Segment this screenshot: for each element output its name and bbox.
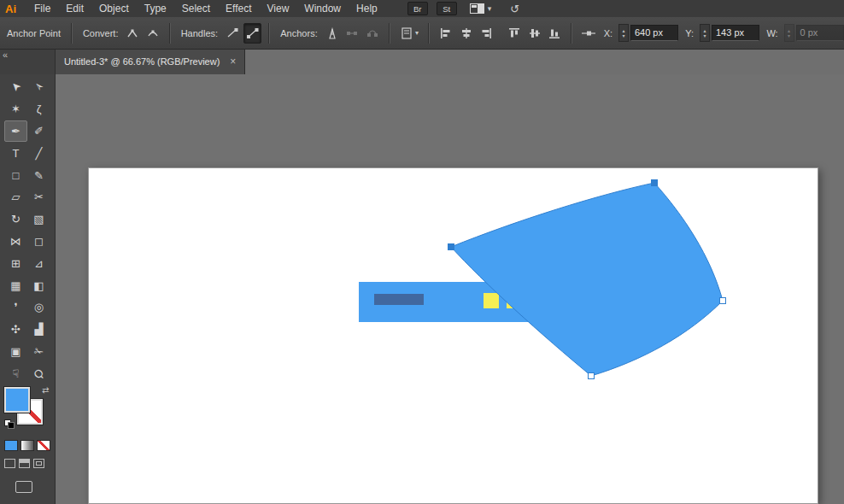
align-left-button[interactable] bbox=[437, 23, 455, 44]
scale-tool[interactable]: ▧ bbox=[27, 208, 50, 231]
free-transform-tool[interactable]: ◻ bbox=[27, 231, 50, 253]
x-input[interactable]: 640 px bbox=[630, 25, 678, 41]
menu-effect[interactable]: Effect bbox=[218, 0, 259, 17]
transform-reference-button[interactable] bbox=[579, 23, 598, 44]
draw-normal-button[interactable] bbox=[4, 459, 15, 468]
close-tab-icon[interactable]: × bbox=[230, 56, 236, 67]
y-input[interactable]: 143 px bbox=[712, 25, 759, 41]
smooth-point-icon bbox=[146, 26, 160, 40]
symbol-sprayer-tool[interactable]: ✣ bbox=[4, 319, 27, 341]
chevron-down-icon: ▾ bbox=[488, 4, 492, 13]
isolate-selected-button[interactable]: ▾ bbox=[397, 23, 422, 44]
perspective-grid-tool[interactable]: ⊿ bbox=[27, 252, 50, 274]
mesh-tool[interactable]: ▦ bbox=[4, 274, 27, 296]
anchor-right[interactable] bbox=[720, 298, 726, 304]
draw-behind-button[interactable] bbox=[19, 459, 30, 468]
none-button[interactable] bbox=[37, 440, 50, 451]
rotate-tool[interactable]: ↻ bbox=[4, 208, 27, 231]
hand-tool[interactable]: ☟ bbox=[4, 362, 27, 384]
gradient-tool[interactable]: ◧ bbox=[27, 274, 50, 296]
bridge-button[interactable]: Br bbox=[407, 2, 428, 15]
remove-anchors-button[interactable] bbox=[343, 23, 361, 44]
blend-tool[interactable]: ◎ bbox=[27, 296, 50, 319]
menu-view[interactable]: View bbox=[260, 0, 297, 17]
style-button[interactable]: St bbox=[437, 2, 457, 15]
paint-tool[interactable]: ✐ bbox=[27, 120, 50, 143]
x-stepper[interactable]: ▴ ▾ bbox=[618, 24, 629, 42]
selection-tool[interactable]: ➤ bbox=[4, 76, 27, 98]
width-icon: ⋈ bbox=[10, 235, 21, 248]
handles-show-button[interactable] bbox=[243, 23, 262, 44]
menu-edit[interactable]: Edit bbox=[58, 0, 91, 17]
magic-wand-icon: ✶ bbox=[11, 103, 21, 115]
zoom-icon: Ϙ bbox=[32, 366, 47, 381]
align-bottom-button[interactable] bbox=[545, 23, 564, 44]
width-tool[interactable]: ⋈ bbox=[4, 231, 27, 253]
line-segment-tool[interactable]: ╱ bbox=[27, 142, 50, 164]
eraser-tool[interactable]: ▱ bbox=[4, 186, 27, 208]
magic-wand-tool[interactable]: ✶ bbox=[4, 98, 27, 120]
cut-path-button[interactable] bbox=[363, 23, 382, 44]
column-graph-tool[interactable]: ▟ bbox=[27, 319, 50, 341]
slice-tool[interactable]: ✁ bbox=[27, 341, 50, 363]
workspace-icon bbox=[469, 3, 485, 15]
pen-icon: ✒ bbox=[11, 125, 21, 138]
workspace-switcher[interactable]: ▾ bbox=[469, 3, 492, 15]
canvas-pasteboard[interactable] bbox=[56, 74, 844, 504]
lasso-tool[interactable]: ζ bbox=[27, 98, 50, 120]
toolbar-collapse[interactable]: « bbox=[0, 49, 56, 74]
rotate-view-icon[interactable]: ↺ bbox=[510, 3, 519, 15]
align-right-button[interactable] bbox=[478, 23, 496, 44]
add-anchor-button[interactable] bbox=[323, 23, 342, 44]
menu-help[interactable]: Help bbox=[349, 0, 385, 17]
screen-mode-button[interactable] bbox=[15, 481, 32, 493]
anchor-bottom[interactable] bbox=[589, 373, 595, 379]
stepper-down-icon: ▾ bbox=[622, 33, 624, 38]
divider bbox=[268, 23, 270, 44]
eyedropper-icon: ❜ bbox=[14, 301, 17, 314]
dark-blue-rect-shape[interactable] bbox=[374, 294, 424, 305]
align-center-button[interactable] bbox=[457, 23, 476, 44]
default-fill-stroke-icon[interactable] bbox=[4, 419, 15, 428]
pencil-tool[interactable]: ✎ bbox=[27, 164, 50, 186]
anchor-top[interactable] bbox=[652, 180, 658, 186]
symbol-sprayer-icon: ✣ bbox=[11, 323, 21, 336]
direct-selection-tool[interactable]: ➢ bbox=[27, 76, 50, 98]
draw-inside-button[interactable] bbox=[33, 459, 44, 468]
convert-smooth-button[interactable] bbox=[144, 23, 162, 44]
eyedropper-tool[interactable]: ❜ bbox=[4, 296, 27, 319]
anchor-left[interactable] bbox=[448, 244, 454, 250]
color-button[interactable] bbox=[4, 440, 18, 451]
handles-hide-button[interactable] bbox=[223, 23, 242, 44]
menu-window[interactable]: Window bbox=[296, 0, 349, 17]
y-stepper[interactable]: ▴ ▾ bbox=[700, 24, 710, 42]
menu-type[interactable]: Type bbox=[137, 0, 174, 17]
convert-corner-button[interactable] bbox=[123, 23, 142, 44]
artboard-tool[interactable]: ▣ bbox=[4, 341, 27, 363]
rectangle-icon: □ bbox=[13, 169, 20, 182]
document-tab[interactable]: Untitled-3* @ 66.67% (RGB/Preview) × bbox=[56, 49, 245, 74]
perspective-grid-icon: ⊿ bbox=[34, 257, 44, 270]
scissors-tool[interactable]: ✂ bbox=[27, 186, 50, 208]
align-top-icon bbox=[507, 26, 521, 40]
zoom-tool[interactable]: Ϙ bbox=[27, 362, 50, 384]
type-tool[interactable]: T bbox=[4, 142, 27, 164]
shape-builder-tool[interactable]: ⊞ bbox=[4, 252, 27, 274]
gradient-button[interactable] bbox=[21, 440, 34, 451]
type-icon: T bbox=[13, 147, 20, 160]
align-middle-button[interactable] bbox=[525, 23, 544, 44]
fill-stroke-control: ⇄ bbox=[4, 387, 52, 428]
scissors-icon: ✂ bbox=[34, 190, 44, 203]
hand-icon: ☟ bbox=[13, 367, 20, 380]
fill-swatch[interactable] bbox=[4, 387, 30, 413]
align-top-button[interactable] bbox=[505, 23, 524, 44]
menu-select[interactable]: Select bbox=[174, 0, 218, 17]
yellow-square-1[interactable] bbox=[484, 293, 499, 308]
swap-fill-stroke-icon[interactable]: ⇄ bbox=[42, 385, 49, 395]
pen-tool[interactable]: ✒ bbox=[4, 120, 27, 143]
menu-object[interactable]: Object bbox=[91, 0, 137, 17]
warped-quad-shape[interactable] bbox=[451, 183, 723, 376]
control-title: Anchor Point bbox=[7, 28, 61, 38]
menu-file[interactable]: File bbox=[26, 0, 58, 17]
rectangle-tool[interactable]: □ bbox=[4, 164, 27, 186]
